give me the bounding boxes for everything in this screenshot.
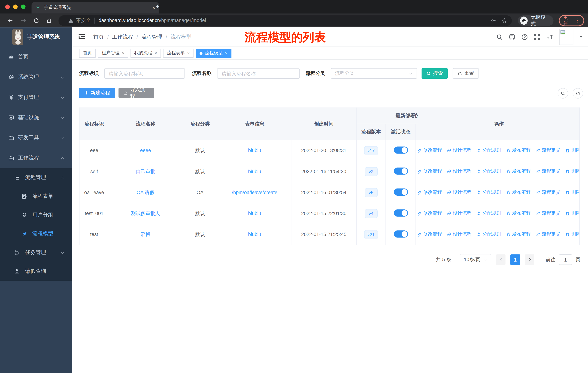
sidebar-item-用户分组[interactable]: 用户分组: [0, 206, 72, 225]
show-search-toggle-button[interactable]: [557, 88, 568, 99]
minimize-window-button[interactable]: [13, 5, 18, 9]
action-流程定义[interactable]: 流程定义: [535, 189, 560, 196]
next-page-button[interactable]: [525, 254, 534, 265]
tag-close-icon[interactable]: ×: [187, 50, 190, 56]
cell-process-name-link[interactable]: eeee: [109, 140, 182, 161]
breadcrumb-process-mgmt[interactable]: 流程管理: [141, 33, 162, 40]
cell-form-link[interactable]: biubiu: [218, 161, 291, 182]
tag-tab-租户管理[interactable]: 租户管理×: [98, 49, 128, 57]
address-bar[interactable]: 不安全 dashboard.yudao.iocoder.cn/bpm/manag…: [59, 15, 512, 26]
tag-close-icon[interactable]: ×: [122, 50, 125, 56]
active-status-toggle[interactable]: [394, 230, 408, 237]
action-分配规则[interactable]: 分配规则: [476, 189, 501, 196]
cell-form-link[interactable]: biubiu: [218, 203, 291, 224]
back-icon[interactable]: [7, 17, 13, 24]
action-删除[interactable]: 删除: [565, 231, 580, 238]
active-status-toggle[interactable]: [394, 209, 408, 216]
action-发布流程[interactable]: 发布流程: [506, 210, 531, 217]
create-process-button[interactable]: 新建流程: [79, 88, 115, 98]
action-设计流程[interactable]: 设计流程: [446, 147, 472, 154]
cell-process-name-link[interactable]: 测试多审批人: [109, 203, 182, 224]
tag-tab-流程模型[interactable]: 流程模型×: [196, 49, 231, 57]
font-size-icon[interactable]: [546, 33, 554, 40]
reload-icon[interactable]: [33, 18, 39, 23]
action-分配规则[interactable]: 分配规则: [476, 168, 501, 175]
sidebar-item-流程模型[interactable]: 流程模型: [0, 224, 72, 243]
search-button[interactable]: 搜索: [422, 68, 448, 79]
action-发布流程[interactable]: 发布流程: [506, 168, 531, 175]
action-流程定义[interactable]: 流程定义: [535, 231, 560, 238]
sidebar-item-工作流程[interactable]: 工作流程: [0, 148, 72, 168]
action-流程定义[interactable]: 流程定义: [535, 147, 560, 154]
key-icon[interactable]: [491, 18, 496, 23]
page-size-select[interactable]: 10条/页: [460, 254, 491, 265]
action-分配规则[interactable]: 分配规则: [476, 231, 501, 238]
active-status-toggle[interactable]: [394, 188, 408, 195]
tag-tab-流程表单[interactable]: 流程表单×: [163, 49, 194, 57]
active-status-toggle[interactable]: [394, 167, 408, 174]
browser-update-button[interactable]: 更新 ⋮: [559, 15, 584, 26]
sidebar-item-基础设施[interactable]: 基础设施: [0, 107, 72, 128]
browser-menu-icon[interactable]: ⋮: [575, 18, 580, 23]
breadcrumb-home[interactable]: 首页: [93, 33, 104, 40]
action-修改流程[interactable]: 修改流程: [418, 147, 442, 154]
sidebar-item-首页[interactable]: 首页: [0, 47, 72, 67]
breadcrumb-workflow[interactable]: 工作流程: [112, 33, 133, 40]
help-icon[interactable]: [521, 33, 528, 40]
action-设计流程[interactable]: 设计流程: [446, 210, 472, 217]
sidebar-item-流程表单[interactable]: 流程表单: [0, 187, 72, 206]
browser-tab[interactable]: 芋道管理系统 ×: [32, 2, 159, 13]
cell-form-link[interactable]: biubiu: [218, 140, 291, 161]
action-删除[interactable]: 删除: [565, 147, 580, 154]
action-删除[interactable]: 删除: [565, 189, 580, 196]
chevron-down-icon[interactable]: [579, 35, 583, 39]
sidebar-item-请假查询[interactable]: 请假查询: [0, 262, 72, 281]
active-status-toggle[interactable]: [394, 146, 408, 153]
home-icon[interactable]: [46, 18, 52, 23]
action-修改流程[interactable]: 修改流程: [418, 231, 442, 238]
action-修改流程[interactable]: 修改流程: [418, 210, 442, 217]
action-删除[interactable]: 删除: [565, 168, 580, 175]
prev-page-button[interactable]: [496, 254, 505, 265]
action-分配规则[interactable]: 分配规则: [476, 147, 501, 154]
tag-tab-我的流程[interactable]: 我的流程×: [130, 49, 161, 57]
security-label[interactable]: 不安全: [76, 17, 91, 24]
action-发布流程[interactable]: 发布流程: [506, 231, 531, 238]
sidebar-item-支付管理[interactable]: 支付管理: [0, 87, 72, 107]
process-name-input[interactable]: [217, 68, 300, 79]
action-发布流程[interactable]: 发布流程: [506, 189, 531, 196]
new-tab-button[interactable]: +: [156, 3, 160, 11]
cell-form-link[interactable]: biubiu: [218, 224, 291, 245]
cell-form-link[interactable]: /bpm/oa/leave/create: [218, 182, 291, 203]
action-删除[interactable]: 删除: [565, 210, 580, 217]
cell-process-name-link[interactable]: 滔博: [109, 224, 182, 245]
action-分配规则[interactable]: 分配规则: [476, 210, 501, 217]
category-select[interactable]: 流程分类: [331, 68, 417, 79]
goto-page-input[interactable]: [559, 254, 572, 265]
bookmark-star-icon[interactable]: [501, 18, 507, 23]
fullscreen-icon[interactable]: [534, 33, 540, 40]
action-设计流程[interactable]: 设计流程: [446, 189, 472, 196]
import-process-button[interactable]: 导入流程: [118, 88, 154, 98]
action-设计流程[interactable]: 设计流程: [446, 168, 472, 175]
forward-icon[interactable]: [20, 17, 27, 24]
tag-tab-首页[interactable]: 首页: [79, 49, 96, 57]
action-流程定义[interactable]: 流程定义: [535, 168, 560, 175]
collapse-sidebar-icon[interactable]: [78, 33, 85, 40]
tag-close-icon[interactable]: ×: [225, 50, 228, 56]
sidebar-item-系统管理[interactable]: 系统管理: [0, 67, 72, 87]
github-icon[interactable]: [509, 33, 516, 40]
reset-button[interactable]: 重置: [452, 68, 479, 79]
sidebar-item-任务管理[interactable]: 任务管理: [0, 243, 72, 262]
page-number-1[interactable]: 1: [510, 254, 520, 265]
action-修改流程[interactable]: 修改流程: [418, 168, 442, 175]
traffic-lights[interactable]: [5, 5, 26, 9]
action-修改流程[interactable]: 修改流程: [418, 189, 442, 196]
action-发布流程[interactable]: 发布流程: [506, 147, 531, 154]
cell-process-name-link[interactable]: 自己审批: [109, 161, 182, 182]
tag-close-icon[interactable]: ×: [155, 50, 157, 56]
tab-close-icon[interactable]: ×: [152, 5, 155, 11]
sidebar-item-研发工具[interactable]: 研发工具: [0, 128, 72, 148]
refresh-table-button[interactable]: [573, 88, 583, 99]
process-key-input[interactable]: [104, 68, 185, 79]
